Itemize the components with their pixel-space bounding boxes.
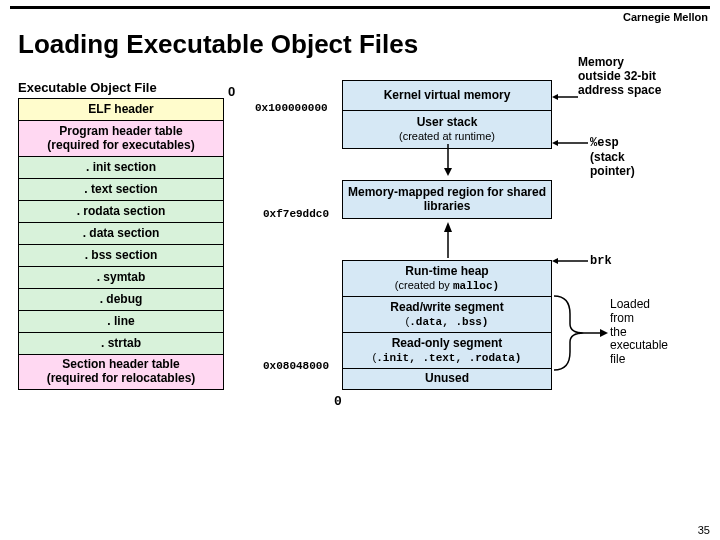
memory-region: Run-time heap(created by malloc) bbox=[342, 260, 552, 296]
elf-column: ELF headerProgram header table(required … bbox=[18, 98, 224, 390]
svg-marker-5 bbox=[552, 258, 558, 264]
arrow-kernel bbox=[552, 94, 580, 100]
elf-section: . data section bbox=[18, 222, 224, 244]
svg-marker-1 bbox=[552, 94, 558, 100]
elf-section: . bss section bbox=[18, 244, 224, 266]
arrow-heap-grow bbox=[442, 222, 454, 258]
kernel-note: Memoryoutside 32-bitaddress space bbox=[578, 56, 708, 97]
svg-marker-11 bbox=[600, 329, 608, 337]
elf-section: . rodata section bbox=[18, 200, 224, 222]
elf-section: . debug bbox=[18, 288, 224, 310]
elf-section: . init section bbox=[18, 156, 224, 178]
addr-bottom: 0 bbox=[334, 394, 342, 409]
memory-region: Unused bbox=[342, 368, 552, 390]
memory-region: Kernel virtual memory bbox=[342, 80, 552, 110]
arrow-brk bbox=[552, 258, 590, 264]
arrow-stack-grow bbox=[442, 144, 454, 176]
addr-shared: 0xf7e9ddc0 bbox=[263, 208, 329, 220]
elf-section: ELF header bbox=[18, 98, 224, 120]
memory-region: User stack(created at runtime) bbox=[342, 110, 552, 148]
elf-section: . strtab bbox=[18, 332, 224, 354]
svg-marker-3 bbox=[552, 140, 558, 146]
memory-region: Memory-mapped region for shared librarie… bbox=[342, 180, 552, 218]
arrow-esp bbox=[552, 140, 590, 146]
svg-marker-9 bbox=[444, 222, 452, 232]
diagram-canvas: Executable Object File 0 ELF headerProgr… bbox=[0, 80, 720, 530]
memory-region: Read-only segment(.init, .text, .rodata) bbox=[342, 332, 552, 368]
memory-region: Read/write segment(.data, .bss) bbox=[342, 296, 552, 332]
elf-title: Executable Object File bbox=[18, 80, 157, 95]
addr-top: 0x100000000 bbox=[255, 102, 328, 114]
addr-rw-bottom: 0x08048000 bbox=[263, 360, 329, 372]
elf-section: Program header table(required for execut… bbox=[18, 120, 224, 156]
svg-marker-7 bbox=[444, 168, 452, 176]
brand-label: Carnegie Mellon bbox=[0, 11, 708, 23]
loaded-note: Loadedfromtheexecutablefile bbox=[610, 298, 668, 367]
elf-section: . line bbox=[18, 310, 224, 332]
esp-label: %esp (stackpointer) bbox=[590, 136, 635, 178]
elf-section: . text section bbox=[18, 178, 224, 200]
elf-zero-label: 0 bbox=[228, 84, 235, 99]
elf-section: Section header table(required for reloca… bbox=[18, 354, 224, 390]
brk-label: brk bbox=[590, 254, 612, 269]
brace-loaded bbox=[554, 296, 608, 370]
slide-number: 35 bbox=[698, 524, 710, 536]
header-rule bbox=[10, 6, 710, 9]
elf-section: . symtab bbox=[18, 266, 224, 288]
